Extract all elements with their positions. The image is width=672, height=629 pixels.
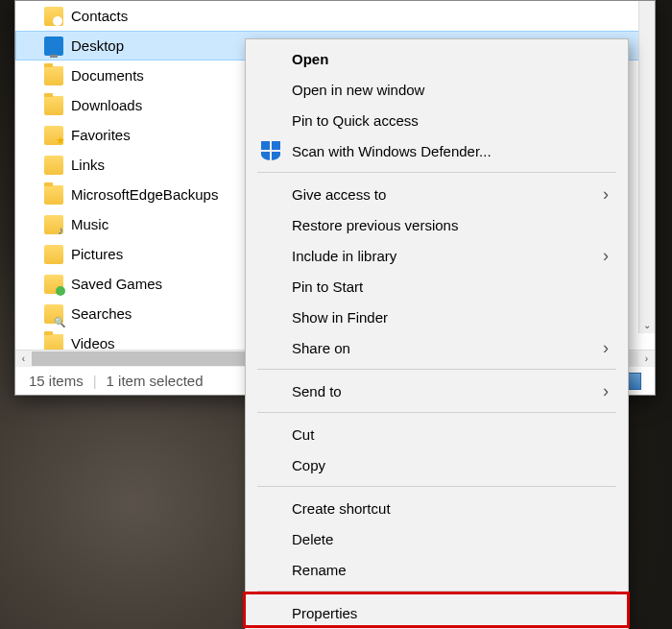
menu-item-scan-with-windows-defender[interactable]: Scan with Windows Defender... xyxy=(248,135,626,166)
favorites-icon xyxy=(44,126,63,145)
searches-icon xyxy=(44,304,63,324)
menu-item-label: Cut xyxy=(292,426,314,443)
links-icon xyxy=(44,156,63,175)
menu-item-label: Give access to xyxy=(292,186,386,203)
context-menu: OpenOpen in new windowPin to Quick acces… xyxy=(245,38,629,629)
menu-item-properties[interactable]: Properties xyxy=(248,597,626,628)
chevron-right-icon: › xyxy=(603,246,609,266)
folder-label: Music xyxy=(71,216,108,232)
menu-item-create-shortcut[interactable]: Create shortcut xyxy=(248,493,626,523)
scroll-left-arrow[interactable]: ‹ xyxy=(15,351,32,366)
folder-icon xyxy=(44,334,63,351)
contacts-icon xyxy=(44,7,63,26)
menu-item-label: Restore previous versions xyxy=(292,217,458,233)
menu-item-label: Include in library xyxy=(292,248,396,264)
menu-item-label: Properties xyxy=(292,605,357,621)
menu-item-label: Share on xyxy=(292,340,350,356)
menu-separator xyxy=(257,412,616,413)
folder-label: Links xyxy=(71,157,105,173)
defender-icon xyxy=(261,141,280,160)
folder-label: MicrosoftEdgeBackups xyxy=(71,186,218,203)
folder-label: Searches xyxy=(71,305,132,322)
menu-item-label: Create shortcut xyxy=(292,500,391,517)
menu-item-restore-previous-versions[interactable]: Restore previous versions xyxy=(248,209,626,240)
vertical-scrollbar[interactable]: ⌄ xyxy=(638,1,655,333)
folder-label: Contacts xyxy=(71,8,128,24)
chevron-right-icon: › xyxy=(603,381,609,401)
menu-separator xyxy=(257,369,616,370)
pictures-icon xyxy=(44,245,63,264)
folder-icon xyxy=(44,96,63,115)
menu-item-label: Show in Finder xyxy=(292,309,388,326)
menu-item-label: Rename xyxy=(292,562,347,578)
menu-separator xyxy=(257,591,616,592)
folder-icon xyxy=(44,66,63,85)
menu-item-include-in-library[interactable]: Include in library› xyxy=(248,240,626,271)
status-selection: 1 item selected xyxy=(107,373,204,389)
menu-item-label: Pin to Start xyxy=(292,278,363,295)
menu-item-pin-to-start[interactable]: Pin to Start xyxy=(248,271,626,302)
menu-separator xyxy=(257,172,616,173)
folder-label: Downloads xyxy=(71,97,142,113)
menu-item-label: Delete xyxy=(292,531,333,547)
folder-row-contacts[interactable]: Contacts xyxy=(15,1,655,31)
menu-item-label: Copy xyxy=(292,457,325,473)
menu-item-give-access-to[interactable]: Give access to› xyxy=(248,179,626,209)
menu-item-label: Open xyxy=(292,51,328,67)
music-icon xyxy=(44,215,63,234)
status-items-count: 15 items xyxy=(29,373,84,389)
desktop-icon xyxy=(44,36,63,56)
scroll-down-arrow[interactable]: ⌄ xyxy=(639,317,655,333)
menu-item-open-in-new-window[interactable]: Open in new window xyxy=(248,74,626,105)
menu-item-label: Pin to Quick access xyxy=(292,112,419,129)
menu-item-send-to[interactable]: Send to› xyxy=(248,375,626,406)
chevron-right-icon: › xyxy=(603,338,609,358)
folder-label: Videos xyxy=(71,335,115,350)
menu-item-delete[interactable]: Delete xyxy=(248,523,626,554)
folder-label: Pictures xyxy=(71,246,123,262)
folder-label: Favorites xyxy=(71,127,131,143)
status-separator: | xyxy=(93,373,97,389)
menu-separator xyxy=(257,486,616,487)
folder-icon xyxy=(44,185,63,205)
scroll-up-arrow[interactable] xyxy=(639,1,655,17)
menu-item-show-in-finder[interactable]: Show in Finder xyxy=(248,302,626,332)
folder-label: Desktop xyxy=(71,37,124,54)
scroll-right-arrow[interactable]: › xyxy=(638,351,655,366)
folder-label: Documents xyxy=(71,67,144,84)
menu-item-label: Scan with Windows Defender... xyxy=(292,143,492,159)
menu-item-open[interactable]: Open xyxy=(248,43,626,74)
menu-item-label: Send to xyxy=(292,383,342,399)
chevron-right-icon: › xyxy=(603,184,609,205)
menu-item-pin-to-quick-access[interactable]: Pin to Quick access xyxy=(248,105,626,135)
savedgames-icon xyxy=(44,275,63,294)
menu-item-rename[interactable]: Rename xyxy=(248,554,626,585)
menu-item-cut[interactable]: Cut xyxy=(248,419,626,449)
menu-item-label: Open in new window xyxy=(292,82,424,98)
menu-item-share-on[interactable]: Share on› xyxy=(248,332,626,363)
menu-item-copy[interactable]: Copy xyxy=(248,449,626,480)
folder-label: Saved Games xyxy=(71,276,162,292)
